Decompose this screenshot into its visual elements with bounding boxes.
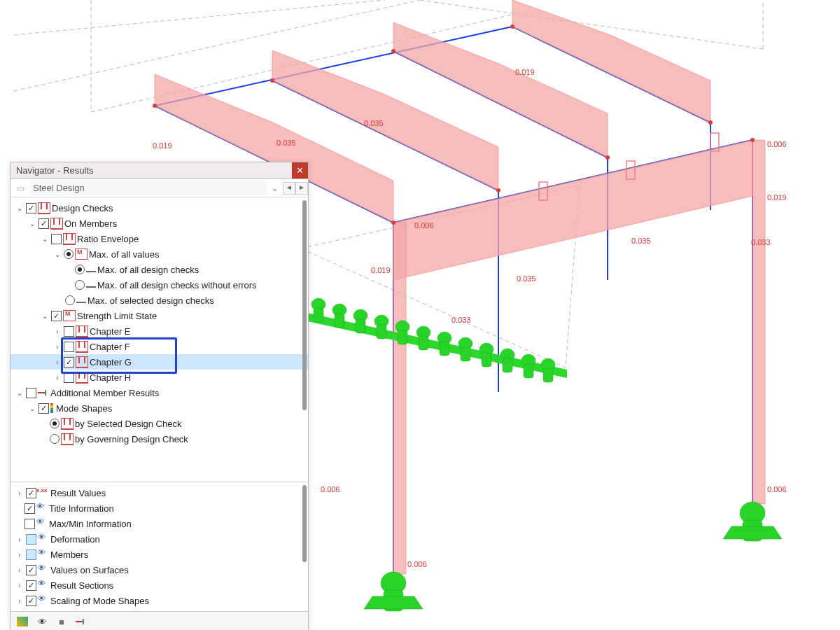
tree-label: Mode Shapes (56, 403, 112, 414)
mcheck-icon (63, 310, 76, 321)
frame-icon (76, 326, 88, 337)
result-value: 0.035 (276, 139, 296, 147)
svg-rect-53 (419, 336, 428, 350)
tree-label: by Selected Design Check (75, 419, 181, 429)
tree-label: Values on Surfaces (50, 565, 129, 575)
tree-item-chapter-g[interactable]: › ✓ Chapter G (10, 354, 308, 370)
toolbar-eye-button[interactable]: 👁 (34, 615, 50, 629)
tree-label: by Governing Design Check (75, 434, 188, 444)
result-value: 0.006 (407, 560, 427, 568)
navigator-toolbar: 👁 ■ (10, 611, 308, 630)
toolbar-camera-button[interactable]: ■ (54, 615, 69, 629)
svg-rect-51 (398, 330, 407, 344)
result-value: 0.019 (153, 141, 172, 150)
svg-point-36 (606, 155, 610, 160)
tree-label: Ratio Envelope (77, 234, 139, 244)
tree-item-by-governing[interactable]: by Governing Design Check (10, 431, 308, 447)
scrollbar-thumb[interactable] (302, 200, 307, 410)
tree-item-strength-limit[interactable]: ⌄ ✓ Strength Limit State (10, 308, 308, 323)
tree-item-chapter-f[interactable]: › Chapter F (10, 339, 308, 354)
tree-item-mode-shapes[interactable]: ⌄ ✓ Mode Shapes (10, 400, 308, 416)
dash-icon (76, 302, 86, 303)
close-button[interactable]: ✕ (292, 162, 308, 178)
svg-point-30 (153, 104, 157, 108)
tree-item-design-checks[interactable]: ⌄ ✓ Design Checks (10, 200, 308, 216)
frame-icon (76, 341, 88, 353)
additional-results-icon (38, 388, 49, 398)
frame-icon (76, 372, 88, 384)
tree-label: Chapter E (90, 326, 131, 337)
navigator-title-bar[interactable]: Navigator - Results ✕ (10, 162, 308, 179)
tree-item-max-selected-checks[interactable]: Max. of selected design checks (10, 293, 308, 308)
tree-item-additional-results[interactable]: ⌄ Additional Member Results (10, 385, 308, 400)
result-value: 0.033 (451, 316, 471, 324)
tree-label: Title Information (49, 503, 114, 514)
svg-point-33 (510, 24, 514, 29)
result-value: 0.006 (767, 140, 787, 148)
tree-label: Max/Min Information (49, 519, 132, 529)
navigator-title: Navigator - Results (16, 165, 94, 176)
navigator-selector-row: ▭ ⌄ ◄ ► (10, 179, 308, 197)
eye-icon (38, 534, 49, 544)
tree-item-max-all-checks[interactable]: Max. of all design checks (10, 262, 308, 277)
tree-label: Max. of selected design checks (88, 295, 214, 306)
toolbar-results-button[interactable] (74, 615, 89, 629)
tree-label: Max. of all design checks without errors (97, 280, 257, 290)
tree-item-by-selected[interactable]: by Selected Design Check (10, 416, 308, 431)
tree-item-chapter-e[interactable]: › Chapter E (10, 323, 308, 339)
svg-rect-55 (440, 342, 449, 356)
svg-rect-65 (543, 368, 553, 382)
eye-icon (38, 550, 49, 559)
svg-rect-57 (461, 347, 470, 361)
tree-item-result-values[interactable]: › ✓ Result Values (10, 485, 308, 500)
result-value: 0.006 (414, 221, 434, 230)
module-selector[interactable] (30, 181, 267, 195)
result-value: 0.006 (321, 485, 340, 493)
svg-marker-26 (752, 140, 765, 504)
tree-label: Strength Limit State (77, 311, 157, 321)
svg-rect-43 (314, 308, 323, 322)
navigator-panel: Navigator - Results ✕ ▭ ⌄ ◄ ► ⌄ ✓ Design… (10, 162, 309, 630)
mode-shapes-icon (50, 403, 53, 413)
tree-item-members[interactable]: › Members (10, 547, 308, 562)
tree-item-result-sections[interactable]: › ✓ Result Sections (10, 578, 308, 593)
dash-icon (86, 286, 96, 288)
steel-design-icon: ▭ (15, 183, 26, 194)
tree-item-values-on-surfaces[interactable]: › ✓ Values on Surfaces (10, 562, 308, 578)
svg-line-0 (14, 0, 420, 91)
frame-icon (50, 218, 63, 230)
tree-label: Result Values (50, 488, 106, 498)
tree-item-title-info[interactable]: ✓ Title Information (10, 500, 308, 516)
eye-icon (36, 519, 48, 528)
result-value: 0.033 (751, 238, 771, 246)
toolbar-home-button[interactable] (15, 615, 30, 629)
tree-label: Design Checks (52, 203, 113, 214)
navigator-tree: ⌄ ✓ Design Checks ⌄ ✓ On Members ⌄ Ratio… (10, 197, 308, 611)
eye-icon (38, 580, 49, 590)
scrollbar-thumb[interactable] (302, 485, 307, 562)
tree-item-scaling-mode-shapes[interactable]: › ✓ Scaling of Mode Shapes (10, 593, 308, 608)
selector-prev-button[interactable]: ◄ (283, 182, 295, 195)
tree-item-max-all-checks-noerr[interactable]: Max. of all design checks without errors (10, 277, 308, 293)
svg-point-35 (496, 188, 500, 192)
tree-label: Chapter H (90, 372, 131, 383)
tree-label: Result Sections (50, 580, 113, 591)
svg-point-31 (270, 78, 274, 83)
svg-marker-71 (723, 526, 782, 539)
result-value: 0.019 (371, 266, 391, 274)
selector-dropdown-icon[interactable]: ⌄ (271, 183, 279, 193)
tree-item-ratio-envelope[interactable]: ⌄ Ratio Envelope (10, 231, 308, 246)
svg-rect-61 (503, 358, 512, 372)
svg-rect-49 (377, 325, 386, 339)
result-value: 0.035 (364, 119, 384, 127)
tree-item-max-all-values[interactable]: ⌄ Max. of all values (10, 246, 308, 262)
result-values-icon (38, 488, 49, 498)
tree-label: Deformation (50, 534, 100, 545)
tree-item-on-members[interactable]: ⌄ ✓ On Members (10, 216, 308, 231)
tree-item-maxmin-info[interactable]: Max/Min Information (10, 516, 308, 531)
tree-item-deformation[interactable]: › Deformation (10, 531, 308, 547)
frame-icon (61, 433, 74, 445)
selector-next-button[interactable]: ► (295, 182, 308, 195)
tree-item-chapter-h[interactable]: › Chapter H (10, 370, 308, 385)
result-value: 0.019 (767, 193, 787, 202)
